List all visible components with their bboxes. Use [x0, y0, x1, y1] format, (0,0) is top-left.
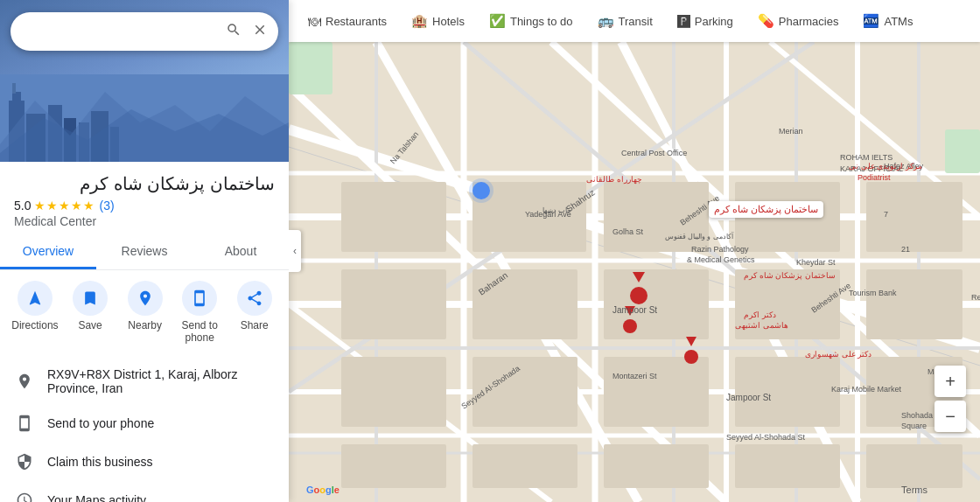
- svg-text:ساختمان پزشکان شاه کرم: ساختمان پزشکان شاه کرم: [744, 271, 836, 281]
- svg-text:Golha St: Golha St: [612, 227, 644, 236]
- svg-text:Karaj Mobile Market: Karaj Mobile Market: [831, 385, 902, 394]
- rating-row: 5.0 ★★★★★ (3): [14, 199, 275, 213]
- svg-text:هاشمی اشتبهی: هاشمی اشتبهی: [735, 321, 788, 331]
- nav-parking[interactable]: 🅿 Parking: [668, 9, 742, 34]
- nav-transit-label: Transit: [619, 15, 653, 28]
- search-bar: ساختمان پزشکان شاه کرم: [10, 12, 278, 51]
- tab-reviews[interactable]: Reviews: [96, 235, 192, 269]
- svg-point-61: [630, 287, 648, 304]
- zoom-out-button[interactable]: −: [934, 401, 966, 432]
- zoom-in-button[interactable]: +: [934, 366, 966, 397]
- search-input[interactable]: ساختمان پزشکان شاه کرم: [21, 24, 226, 38]
- svg-text:Montazeri St: Montazeri St: [612, 372, 657, 380]
- tabs: Overview Reviews About: [0, 235, 289, 270]
- directions-icon: [18, 281, 52, 316]
- collapse-button[interactable]: ‹: [289, 230, 301, 272]
- share-icon: [237, 281, 272, 316]
- nav-pharmacies[interactable]: 💊 Pharmacies: [749, 8, 848, 34]
- pharmacies-icon: 💊: [758, 13, 774, 29]
- svg-rect-52: [341, 269, 446, 339]
- save-button[interactable]: Save: [67, 281, 113, 345]
- svg-rect-57: [735, 444, 840, 488]
- activity-text: Your Maps activity: [47, 493, 275, 502]
- close-icon[interactable]: [252, 22, 268, 42]
- map-svg[interactable]: Shahruz Na Talshan Baharan Baharan Jampo…: [289, 42, 980, 502]
- send-to-phone-item[interactable]: Send to your phone: [0, 404, 289, 443]
- send-to-phone-text: Send to your phone: [47, 416, 275, 430]
- claim-icon: [14, 451, 35, 472]
- rating-number: 5.0: [14, 199, 31, 213]
- activity-icon: [14, 490, 35, 502]
- share-label: Share: [241, 319, 269, 331]
- svg-text:Merian: Merian: [779, 127, 803, 136]
- svg-rect-48: [604, 357, 709, 427]
- address-item[interactable]: RX9V+R8X District 1, Karaj, Alborz Provi…: [0, 359, 289, 404]
- svg-text:Jampoor St: Jampoor St: [612, 305, 657, 315]
- map-controls: + −: [934, 366, 966, 432]
- hero-image: ساختمان پزشکان شاه کرم: [0, 0, 289, 162]
- directions-button[interactable]: Directions: [11, 281, 58, 345]
- map-area: 🍽 Restaurants 🏨 Hotels ✅ Things to do 🚌 …: [289, 0, 980, 502]
- search-icon[interactable]: [226, 22, 242, 42]
- svg-rect-3: [12, 83, 16, 94]
- svg-text:21: 21: [901, 245, 910, 254]
- save-label: Save: [78, 319, 102, 331]
- tab-overview[interactable]: Overview: [0, 235, 96, 269]
- svg-text:چهارراه طالقانی: چهارراه طالقانی: [586, 175, 642, 185]
- claim-business-item[interactable]: Claim this business: [0, 443, 289, 481]
- review-count[interactable]: (3): [99, 199, 114, 213]
- svg-text:Central Post Office: Central Post Office: [621, 149, 687, 157]
- nav-pharmacies-label: Pharmacies: [779, 15, 839, 28]
- svg-text:آکادمی و والیبال قفنوس: آکادمی و والیبال قفنوس: [665, 232, 734, 241]
- svg-rect-55: [472, 444, 578, 488]
- nav-hotels[interactable]: 🏨 Hotels: [402, 8, 473, 34]
- business-info: ساختمان پزشکان شاه کرم 5.0 ★★★★★ (3) Med…: [0, 162, 289, 235]
- svg-text:7: 7: [884, 210, 888, 219]
- nav-atms-label: ATMs: [884, 15, 913, 28]
- svg-text:جاب دینیها: جاب دینیها: [542, 206, 571, 214]
- send-to-phone-button[interactable]: Send tophone: [177, 281, 222, 345]
- restaurants-icon: 🍽: [308, 14, 321, 29]
- send-phone-icon: [14, 413, 35, 434]
- svg-point-63: [623, 319, 637, 333]
- claim-text: Claim this business: [47, 455, 275, 469]
- svg-rect-54: [341, 444, 446, 488]
- city-silhouette: [0, 74, 289, 162]
- address-text: RX9V+R8X District 1, Karaj, Alborz Provi…: [47, 367, 275, 395]
- svg-text:دکتر علی شهسواری: دکتر علی شهسواری: [805, 350, 872, 359]
- svg-text:Seyyed Al-Shohada St: Seyyed Al-Shohada St: [726, 433, 806, 442]
- atms-icon: 🏧: [863, 13, 879, 29]
- nav-atms[interactable]: 🏧 ATMs: [854, 8, 921, 34]
- svg-rect-42: [472, 269, 578, 339]
- svg-rect-51: [341, 182, 446, 252]
- svg-rect-60: [289, 42, 332, 94]
- nav-restaurants-label: Restaurants: [326, 15, 387, 28]
- nav-transit[interactable]: 🚌 Transit: [589, 8, 662, 34]
- business-name: ساختمان پزشکان شاه کرم: [14, 172, 275, 195]
- svg-point-65: [684, 350, 698, 364]
- nav-things-to-do[interactable]: ✅ Things to do: [480, 8, 582, 34]
- svg-text:Podiatrist: Podiatrist: [858, 173, 891, 182]
- stars: ★★★★★: [34, 199, 95, 213]
- svg-rect-43: [604, 269, 709, 339]
- things-icon: ✅: [489, 13, 506, 29]
- send-to-phone-label: Send tophone: [181, 319, 217, 345]
- maps-activity-item[interactable]: Your Maps activity: [0, 481, 289, 502]
- nearby-button[interactable]: Nearby: [122, 281, 168, 345]
- map-terms[interactable]: Terms: [901, 485, 928, 495]
- svg-rect-45: [866, 182, 962, 252]
- nav-hotels-label: Hotels: [432, 15, 465, 28]
- nav-restaurants[interactable]: 🍽 Restaurants: [299, 9, 396, 34]
- svg-text:Jampoor St: Jampoor St: [726, 393, 771, 402]
- address-icon: [14, 371, 35, 392]
- map-pin-label: ساختمان پزشکان شاه کرم: [709, 201, 823, 218]
- map-topbar: 🍽 Restaurants 🏨 Hotels ✅ Things to do 🚌 …: [289, 0, 980, 42]
- svg-text:مرکز ارتوپدی علی نی: مرکز ارتوپدی علی نی: [849, 162, 922, 171]
- actions: Directions Save Nearby: [0, 270, 289, 352]
- share-button[interactable]: Share: [232, 281, 277, 345]
- tab-about[interactable]: About: [192, 235, 289, 269]
- parking-icon: 🅿: [677, 14, 690, 29]
- nav-parking-label: Parking: [695, 15, 733, 28]
- svg-text:RealEstate: RealEstate: [971, 293, 980, 302]
- nav-things-label: Things to do: [510, 15, 573, 28]
